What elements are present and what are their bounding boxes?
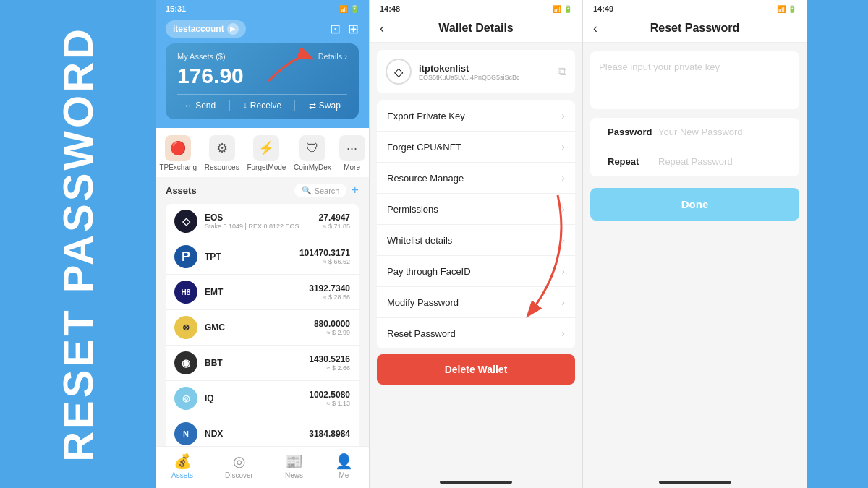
time-1: 15:31 <box>166 4 186 13</box>
tpt-icon: P <box>174 245 197 268</box>
assets-header: Assets 🔍 Search + <box>166 183 359 198</box>
forgetmode-icon: ⚡ <box>253 135 279 161</box>
nav-me[interactable]: 👤 Me <box>335 453 353 479</box>
chevron-icon: › <box>561 296 565 308</box>
status-bar-3: 14:49 📶 🔋 <box>583 0 807 16</box>
bottom-nav: 💰 Assets ◎ Discover 📰 News 👤 Me <box>156 446 369 488</box>
repeat-input[interactable]: Repeat Password <box>658 156 733 167</box>
account-name: itestaccount <box>173 24 224 34</box>
private-key-input[interactable]: Please input your private key <box>590 51 799 109</box>
coinmydex-icon: 🛡 <box>299 135 326 161</box>
account-row: itestaccount ▶ ⊡ ⊞ <box>166 16 359 43</box>
token-emt[interactable]: H8 EMT 3192.7340 ≈ $ 28.56 <box>166 275 359 310</box>
wifi-icon-2: 📶 <box>553 5 561 13</box>
phone-wallet-details: 14:48 📶 🔋 ‹ Wallet Details ◇ itptokenlis… <box>369 0 582 488</box>
menu-resource-manage[interactable]: Resource Manage › <box>377 163 575 194</box>
password-label: Password <box>608 127 658 137</box>
done-btn[interactable]: Done <box>590 188 799 221</box>
bbt-icon: ◉ <box>174 351 197 374</box>
token-bbt[interactable]: ◉ BBT 1430.5216 ≈ $ 2.66 <box>166 346 359 381</box>
wallet-menu: Export Private Key › Forget CPU&NET › Re… <box>377 100 575 348</box>
menu-forget-cpu[interactable]: Forget CPU&NET › <box>377 132 575 163</box>
forgetmode-btn[interactable]: ⚡ ForgetMode <box>247 135 286 171</box>
password-input[interactable]: Your New Password <box>658 127 743 137</box>
coinmydex-btn[interactable]: 🛡 CoinMyDex <box>294 135 331 171</box>
assets-card: My Assets ($) Details › 176.90 ↔ Send ↓ <box>166 43 359 119</box>
menu-faceid[interactable]: Pay through FaceID › <box>377 256 575 287</box>
assets-nav-icon: 💰 <box>174 453 192 470</box>
tpexchang-icon: 🔴 <box>165 135 191 161</box>
camera-icon[interactable]: ⊡ <box>330 21 341 37</box>
more-btn[interactable]: ··· More <box>339 135 365 171</box>
wallet-name: itptokenlist <box>419 63 520 74</box>
banner-text: RESET PASSWORD <box>57 26 99 462</box>
left-banner: RESET PASSWORD <box>0 0 156 488</box>
resources-btn[interactable]: ⚙ Resources <box>205 135 239 171</box>
send-btn[interactable]: ↔ Send <box>184 100 216 111</box>
copy-icon[interactable]: ⧉ <box>558 65 566 78</box>
token-gmc[interactable]: ⊗ GMC 880.0000 ≈ $ 2.99 <box>166 310 359 346</box>
token-tpt[interactable]: P TPT 101470.3171 ≈ $ 66.62 <box>166 239 359 275</box>
token-list: ◇ EOS Stake 3.1049 | REX 0.8122 EOS 27.4… <box>166 204 359 452</box>
discover-nav-icon: ◎ <box>233 453 245 470</box>
nav-news[interactable]: 📰 News <box>285 453 303 479</box>
wallet-logo: ◇ <box>386 59 412 85</box>
emt-icon: H8 <box>174 281 197 304</box>
back-btn-3[interactable]: ‹ <box>593 21 597 36</box>
repeat-label: Repeat <box>608 156 658 167</box>
account-arrow: ▶ <box>227 23 239 35</box>
details-link[interactable]: Details <box>318 52 343 61</box>
assets-amount: 176.90 <box>177 64 347 88</box>
iq-icon: ◎ <box>174 387 197 410</box>
account-badge[interactable]: itestaccount ▶ <box>166 20 246 38</box>
menu-permissions[interactable]: Permissions › <box>377 194 575 225</box>
token-eos[interactable]: ◇ EOS Stake 3.1049 | REX 0.8122 EOS 27.4… <box>166 204 359 239</box>
signal-icon-3: 📶 <box>777 5 786 13</box>
details-chevron: › <box>344 52 347 61</box>
add-token-btn[interactable]: + <box>351 183 359 198</box>
back-btn-2[interactable]: ‹ <box>380 21 384 36</box>
assets-title: Assets <box>166 185 197 196</box>
receive-icon: ↓ <box>243 100 247 111</box>
scan-icon[interactable]: ⊞ <box>348 21 359 37</box>
nav-discover[interactable]: ◎ Discover <box>225 453 253 479</box>
gmc-icon: ⊗ <box>174 316 197 339</box>
bottom-bar-3 <box>659 481 731 484</box>
private-key-placeholder: Please input your private key <box>599 61 720 72</box>
news-nav-icon: 📰 <box>285 453 303 470</box>
chevron-icon: › <box>561 110 565 121</box>
swap-btn[interactable]: ⇄ Swap <box>309 100 341 111</box>
quick-actions: 🔴 TPExchang ⚙ Resources ⚡ ForgetMode 🛡 C… <box>156 128 369 177</box>
eos-icon: ◇ <box>174 210 197 233</box>
phones-container: 15:31 📶 🔋 itestaccount ▶ ⊡ ⊞ <box>156 0 868 488</box>
chevron-icon: › <box>561 141 565 153</box>
nav-assets[interactable]: 💰 Assets <box>171 453 193 479</box>
signal-icon-1: 📶 <box>339 5 348 13</box>
chevron-icon: › <box>561 234 565 246</box>
bottom-bar-2 <box>440 481 512 484</box>
password-fields: Password Your New Password Repeat Repeat… <box>590 118 799 176</box>
menu-export-key[interactable]: Export Private Key › <box>377 100 575 132</box>
ndx-icon: N <box>174 422 197 445</box>
send-icon: ↔ <box>184 100 192 111</box>
status-bar-1: 15:31 📶 🔋 <box>156 0 369 16</box>
token-iq[interactable]: ◎ IQ 1002.5080 ≈ $ 1.13 <box>166 381 359 416</box>
search-icon: 🔍 <box>302 186 312 195</box>
assets-label: My Assets ($) Details › <box>177 52 347 61</box>
receive-btn[interactable]: ↓ Receive <box>243 100 281 111</box>
menu-reset-password[interactable]: Reset Password › <box>377 318 575 348</box>
phone-assets: 15:31 📶 🔋 itestaccount ▶ ⊡ ⊞ <box>156 0 369 488</box>
assets-actions: ↔ Send ↓ Receive ⇄ Swap <box>177 94 347 111</box>
menu-modify-password[interactable]: Modify Password › <box>377 287 575 318</box>
wallet-address: EOS5tKuUa5LV...4PnQBG5siScBc <box>419 74 520 81</box>
delete-wallet-btn[interactable]: Delete Wallet <box>377 354 575 385</box>
menu-whitelist[interactable]: Whitelist details › <box>377 225 575 256</box>
swap-icon: ⇄ <box>309 100 316 111</box>
search-box[interactable]: 🔍 Search <box>294 184 347 197</box>
tpexchang-btn[interactable]: 🔴 TPExchang <box>159 135 197 171</box>
password-field-row: Password Your New Password <box>597 118 792 146</box>
battery-icon-2: 🔋 <box>563 5 572 13</box>
phone1-header: itestaccount ▶ ⊡ ⊞ My Assets ($) Details… <box>156 16 369 128</box>
wallet-header: ‹ Wallet Details <box>370 16 582 43</box>
more-icon: ··· <box>339 135 365 161</box>
